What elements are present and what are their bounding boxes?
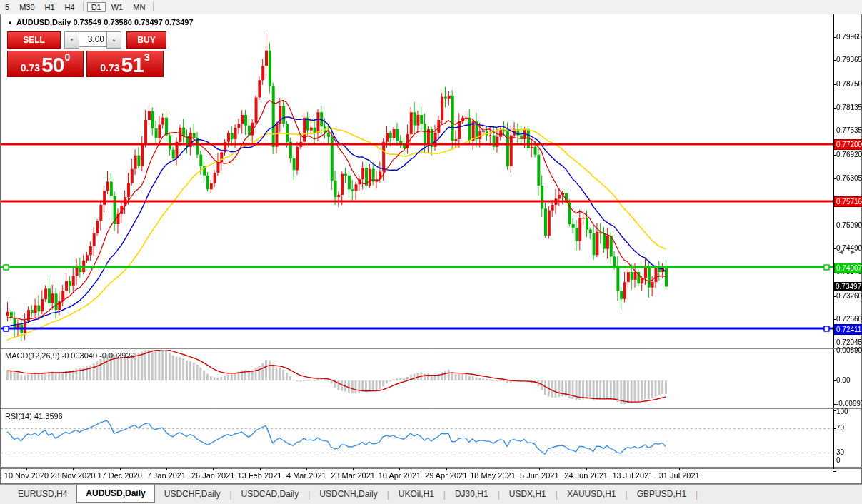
price-line-badge: 0.72411 (834, 324, 862, 335)
tab-gbpusd-h1[interactable]: GBPUSD,H1 (628, 485, 696, 503)
macd-axis-tick: 0.008903 (836, 346, 862, 354)
chart-title: ▲AUDUSD,Daily 0.73549 0.73580 0.73497 0.… (7, 18, 194, 26)
rsi-axis-tick: 70 (836, 424, 862, 432)
tab-usdcnh-daily[interactable]: USDCNH,Daily (310, 485, 386, 503)
toolbar-separator (83, 2, 84, 11)
macd-values: -0.003040 -0.003929 (61, 351, 134, 360)
rsi-axis-tick: 100 (836, 408, 862, 415)
volume-input[interactable] (79, 31, 106, 47)
macd-name: MACD(12,26,9) (5, 351, 59, 360)
sell-button[interactable]: SELL (7, 31, 61, 49)
toolbar-separator (153, 2, 154, 11)
bid-pip-digit: 0 (64, 46, 70, 68)
volume-increase-button[interactable]: ▲ (106, 31, 121, 49)
tab-audusd-daily[interactable]: AUDUSD,Daily (76, 485, 154, 503)
price-axis-tick: 0.76920 (836, 151, 862, 158)
price-axis-tick: 0.75090 (836, 221, 862, 229)
macd-axis-tick: -0.00697 (836, 400, 862, 408)
price-axis-tick: 0.78135 (836, 104, 862, 111)
tab-separator: | (696, 490, 698, 500)
macd-axis-tick: 0.00 (836, 376, 862, 384)
tab-usdcad-daily[interactable]: USDCAD,Daily (232, 485, 309, 503)
timeframe-button-h4[interactable]: H4 (61, 2, 79, 12)
price-axis-tick: 0.78750 (836, 80, 862, 88)
rsi-axis-tick: 30 (836, 448, 862, 456)
tab-ukoil-h1[interactable]: UKOil,H1 (389, 485, 443, 503)
price-axis-tick: 0.79365 (836, 56, 862, 64)
price-axis-tick: 0.76305 (836, 174, 862, 182)
timeframe-toolbar: 5M30H1H4D1W1MN (0, 0, 862, 14)
current-price-badge: 0.73497 (834, 282, 862, 291)
tab-eurusd-h4[interactable]: EURUSD,H4 (9, 485, 76, 503)
timeframe-button-mn[interactable]: MN (129, 2, 149, 12)
symbol-tab-bar: EURUSD,H4AUDUSD,DailyUSDCHF,Daily|USDCAD… (0, 484, 862, 504)
price-axis-tick: 0.72045 (836, 338, 862, 346)
tab-scroll-nav: ◄ ► (833, 248, 856, 256)
rsi-name: RSI(14) (5, 412, 32, 420)
ask-pip-digit: 3 (144, 46, 150, 68)
chart-symbol-label: AUDUSD,Daily (16, 18, 71, 26)
price-axis-tick: 0.77535 (836, 126, 862, 134)
tab-usdx-h1[interactable]: USDX,H1 (500, 485, 556, 503)
bid-price-button[interactable]: 0.73 50 0 (7, 51, 84, 77)
timeframe-button-d1[interactable]: D1 (87, 2, 106, 12)
ask-price-button[interactable]: 0.73 51 3 (86, 51, 164, 77)
chart-ohlc-values: 0.73549 0.73580 0.73497 0.73497 (73, 18, 193, 26)
tab-xauusd-h1[interactable]: XAUUSD,H1 (558, 485, 626, 503)
rsi-axis-tick: 0 (836, 456, 862, 464)
chevron-up-icon: ▲ (111, 37, 116, 42)
rsi-value: 41.3596 (34, 412, 63, 420)
tab-usdchf-daily[interactable]: USDCHF,Daily (155, 485, 230, 503)
chevron-down-icon: ▼ (69, 37, 74, 42)
trading-terminal: 5M30H1H4D1W1MN ▲AUDUSD,Daily 0.73549 0.7… (0, 0, 862, 504)
price-line-badge: 0.77200 (834, 139, 862, 150)
rsi-indicator-label: RSI(14) 41.3596 (5, 412, 63, 420)
macd-indicator-label: MACD(12,26,9) -0.003040 -0.003929 (5, 351, 135, 360)
ask-prefix: 0.73 (100, 60, 119, 76)
tab-scroll-right-icon[interactable]: ► (850, 248, 856, 256)
timeframe-button-h1[interactable]: H1 (41, 2, 59, 12)
ask-big-digits: 51 (121, 54, 144, 76)
price-line-badge: 0.75716 (834, 196, 862, 207)
chart-marker-icon: ▲ (7, 19, 13, 26)
price-axis-tick: 0.79965 (836, 33, 862, 41)
date-axis-label: 31 Jul 2021 (647, 471, 711, 480)
bid-big-digits: 50 (41, 54, 64, 76)
tab-scroll-left-icon[interactable]: ◄ (838, 248, 844, 256)
timeframe-button-5[interactable]: 5 (1, 2, 14, 12)
timeframe-button-m30[interactable]: M30 (15, 2, 39, 12)
tab-dj30-h1[interactable]: DJ30,H1 (446, 485, 498, 503)
price-axis-tick: 0.72660 (836, 315, 862, 323)
one-click-trading-panel: SELL ▼ ▲ BUY 0.73 50 0 0.73 51 3 (7, 31, 168, 77)
price-line-badge: 0.74007 (834, 263, 862, 273)
timeframe-button-w1[interactable]: W1 (107, 2, 128, 12)
price-axis-tick: 0.73260 (836, 292, 862, 300)
bid-prefix: 0.73 (21, 60, 40, 76)
